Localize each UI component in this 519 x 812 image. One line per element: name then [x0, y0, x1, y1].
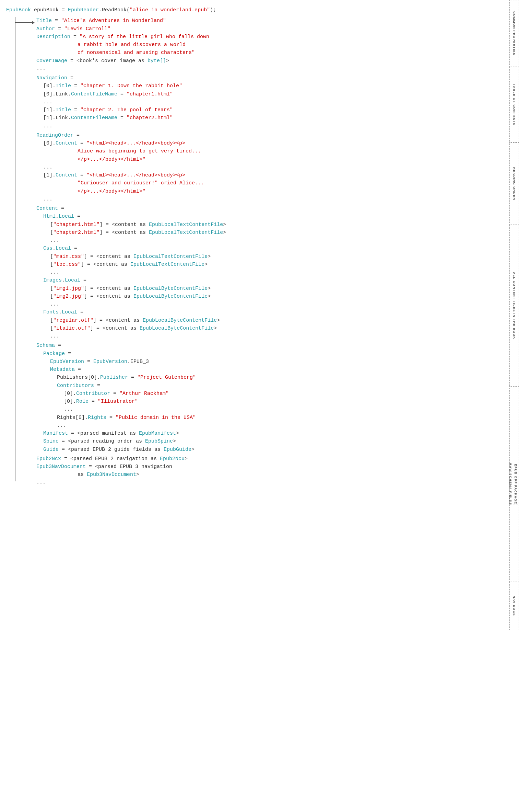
toccss-key: "toc.css": [53, 262, 81, 267]
arrow-line: [15, 22, 32, 23]
epub3nav-key: Epub3NavDocument: [36, 464, 86, 470]
html-dot: .: [56, 214, 59, 219]
line-ellipsis10: ...: [36, 405, 509, 413]
maincss-bracket2: ] =: [84, 254, 96, 260]
line-nav0title: [0].Title = "Chapter 1. Down the rabbit …: [36, 82, 509, 90]
img2-bracket2: ] =: [84, 294, 96, 299]
img1-type: EpubLocalByteContentFile: [133, 286, 208, 291]
line-title: Title = "Alice's Adventures in Wonderlan…: [36, 17, 509, 25]
ellipsis11: ...: [57, 423, 66, 428]
fonts-dot: .: [59, 309, 62, 315]
epub3nav-as: as: [78, 472, 87, 478]
reading-section: ReadingOrder = [0].Content = "<html><hea…: [36, 131, 509, 203]
guide-key: Guide: [43, 447, 59, 453]
pub-eq: =: [128, 375, 137, 380]
ellipsis2: ...: [43, 99, 52, 105]
vertical-line: [15, 17, 15, 481]
line-ellipsis6: ...: [36, 237, 509, 244]
line-ellipsis4: ...: [36, 163, 509, 171]
manifest-lt: <: [77, 431, 80, 436]
nav1-title-key: Title: [56, 107, 71, 113]
local-key2: Local: [56, 245, 71, 251]
ch2-type: EpubLocalTextContentFile: [149, 230, 223, 236]
ch2-bracket: [: [50, 230, 53, 236]
ellipsis4: ...: [43, 164, 52, 170]
line-toccss: ["toc.css"] = <content as EpubLocalTextC…: [36, 261, 509, 268]
line-content: Content =: [36, 205, 509, 213]
line-cover: CoverImage = <book's cover image as byte…: [36, 57, 509, 65]
epub2ncx-gt: >: [185, 456, 188, 462]
line-ellipsis8: ...: [36, 300, 509, 308]
line-ro0c: </p>...</body></html>": [36, 156, 509, 163]
ro0-key: Content: [56, 140, 77, 146]
ro1-val1: "<html><head>...</head><body><p>: [86, 172, 185, 178]
ellipsis6: ...: [50, 238, 59, 243]
line-desc2: a rabbit hole and discovers a world: [36, 41, 509, 49]
line-ro: ReadingOrder =: [36, 131, 509, 139]
package-key: Package: [43, 351, 65, 357]
pub-key: Publishers[0].: [57, 375, 100, 380]
ch1-lt: <: [112, 222, 115, 228]
manifest-type: EpubManifest: [139, 431, 176, 436]
desc-value2: a rabbit hole and discovers a world: [78, 42, 186, 48]
sidebar-reading: READING ORDER: [509, 142, 519, 225]
sidebar-common: COMMON PROPERTIES: [509, 0, 519, 67]
maincss-desc: content as: [99, 254, 133, 260]
epub3nav-desc1: parsed EPUB 3 navigation: [98, 464, 172, 470]
line-fonts-local: Fonts.Local =: [36, 308, 509, 316]
manifest-desc: parsed manifest as: [80, 431, 139, 436]
img1-gt: >: [208, 286, 211, 291]
dot1: .: [99, 7, 102, 13]
pub-val: "Project Gutenberg": [137, 375, 196, 380]
regular-desc: content as: [109, 318, 143, 323]
nav0-link-eq: =: [117, 91, 127, 97]
contrib0-eq: =: [110, 391, 119, 397]
line-ellipsis3: ...: [36, 122, 509, 130]
regular-gt: >: [217, 318, 220, 323]
line-ellipsis2: ...: [36, 98, 509, 106]
author-value: "Lewis Carroll": [64, 26, 110, 32]
img2-gt: >: [208, 294, 211, 299]
arrow: [15, 21, 35, 24]
images-key: Images: [43, 277, 62, 283]
toccss-desc: content as: [96, 262, 130, 267]
line-ch2: ["chapter2.html"] = <content as EpubLoca…: [36, 229, 509, 237]
line-package: Package =: [36, 350, 509, 358]
ch1-desc: content as: [115, 222, 149, 228]
nav-eq: =: [67, 75, 73, 81]
line-ro1: [1].Content = "<html><head>...</head><bo…: [36, 171, 509, 179]
nav1-eq: =: [71, 107, 80, 113]
images-eq: =: [80, 277, 86, 283]
nav1-link-key: ContentFileName: [71, 115, 117, 121]
ch1-bracket2: ] =: [99, 222, 112, 228]
line-epub3nav2: as Epub3NavDocument>: [36, 471, 509, 479]
contributors-key: Contributors: [57, 383, 94, 389]
toccss-gt: >: [204, 262, 208, 267]
epub2ncx-eq: =: [61, 456, 70, 462]
metadata-key: Metadata: [50, 367, 75, 373]
eq: =: [52, 18, 61, 24]
line-ch1: ["chapter1.html"] = <content as EpubLoca…: [36, 221, 509, 229]
maincss-key: "main.css": [53, 254, 84, 260]
sidebar-toc: TABLE OF CONTENTS: [509, 67, 519, 142]
ellipsis8: ...: [50, 301, 59, 307]
contrib0-idx: [0].: [64, 391, 76, 397]
ch2-lt: <: [112, 230, 115, 236]
spine-lt: <: [68, 438, 71, 444]
idx1: [1].: [43, 107, 56, 113]
epub2ncx-lt: <: [70, 456, 73, 462]
line-nav1link: [1].Link.ContentFileName = "chapter2.htm…: [36, 114, 509, 122]
sidebar-toc-label: TABLE OF CONTENTS: [512, 84, 517, 126]
sidebar-opf-label: EPUB OPF PACKAGE: [513, 464, 518, 504]
line-schema: Schema =: [36, 342, 509, 350]
rights-val: "Public domain in the USA": [116, 415, 196, 421]
sidebar-nav-docs-label: NAV DOCS: [512, 596, 517, 616]
content-eq: =: [58, 206, 64, 211]
role0-idx: [0].: [64, 399, 76, 404]
img1-key: "img1.jpg": [53, 286, 84, 291]
line-img1: ["img1.jpg"] = <content as EpubLocalByte…: [36, 285, 509, 293]
contributors-eq: =: [94, 383, 100, 389]
epub3nav-type: Epub3NavDocument: [87, 472, 136, 478]
line-desc1: Description = "A story of the little gir…: [36, 33, 509, 41]
nav0-eq: =: [71, 83, 80, 89]
